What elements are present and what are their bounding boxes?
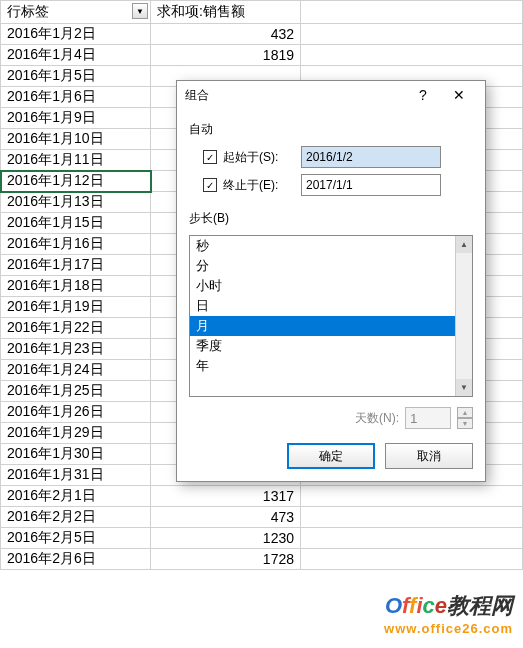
- table-cell-date[interactable]: 2016年1月16日: [1, 234, 151, 255]
- table-cell-date[interactable]: 2016年1月4日: [1, 45, 151, 66]
- ok-button[interactable]: 确定: [287, 443, 375, 469]
- start-checkbox[interactable]: ✓: [203, 150, 217, 164]
- table-cell-date[interactable]: 2016年1月13日: [1, 192, 151, 213]
- table-cell-date[interactable]: 2016年1月24日: [1, 360, 151, 381]
- table-cell-date[interactable]: 2016年2月6日: [1, 549, 151, 570]
- table-cell-date[interactable]: 2016年1月9日: [1, 108, 151, 129]
- table-cell-date[interactable]: 2016年1月5日: [1, 66, 151, 87]
- table-cell-date[interactable]: 2016年1月15日: [1, 213, 151, 234]
- group-dialog: 组合 ? ✕ 自动 ✓ 起始于(S): ✓ 终止于(E): 步长(B) 秒分小时…: [176, 80, 486, 482]
- step-option[interactable]: 月: [190, 316, 455, 336]
- step-option[interactable]: 季度: [190, 336, 455, 356]
- table-cell-date[interactable]: 2016年1月25日: [1, 381, 151, 402]
- dialog-title: 组合: [185, 87, 405, 104]
- step-option[interactable]: 小时: [190, 276, 455, 296]
- table-cell-date[interactable]: 2016年1月31日: [1, 465, 151, 486]
- table-cell-value[interactable]: 473: [151, 507, 301, 528]
- end-label: 终止于(E):: [223, 177, 295, 194]
- table-cell-date[interactable]: 2016年2月5日: [1, 528, 151, 549]
- table-cell-date[interactable]: 2016年1月23日: [1, 339, 151, 360]
- table-cell-value[interactable]: 1819: [151, 45, 301, 66]
- table-cell-value[interactable]: 432: [151, 24, 301, 45]
- table-cell-date[interactable]: 2016年1月11日: [1, 150, 151, 171]
- table-cell-value[interactable]: 1728: [151, 549, 301, 570]
- step-option[interactable]: 日: [190, 296, 455, 316]
- step-listbox[interactable]: 秒分小时日月季度年 ▲ ▼: [189, 235, 473, 397]
- watermark: Office教程网 www.office26.com: [384, 591, 513, 636]
- table-cell-date[interactable]: 2016年2月1日: [1, 486, 151, 507]
- days-label: 天数(N):: [355, 410, 399, 427]
- start-label: 起始于(S):: [223, 149, 295, 166]
- table-cell-date[interactable]: 2016年1月18日: [1, 276, 151, 297]
- table-cell-date[interactable]: 2016年1月30日: [1, 444, 151, 465]
- step-option[interactable]: 分: [190, 256, 455, 276]
- step-option[interactable]: 秒: [190, 236, 455, 256]
- table-cell-date[interactable]: 2016年1月2日: [1, 24, 151, 45]
- table-cell-date[interactable]: 2016年1月12日: [1, 171, 151, 192]
- spin-up-icon: ▲: [457, 407, 473, 418]
- table-cell-date[interactable]: 2016年2月2日: [1, 507, 151, 528]
- table-cell-date[interactable]: 2016年1月6日: [1, 87, 151, 108]
- end-checkbox[interactable]: ✓: [203, 178, 217, 192]
- end-input[interactable]: [301, 174, 441, 196]
- table-cell-value[interactable]: 1230: [151, 528, 301, 549]
- scroll-up-icon[interactable]: ▲: [456, 236, 472, 253]
- step-label: 步长(B): [189, 210, 473, 227]
- table-cell-date[interactable]: 2016年1月26日: [1, 402, 151, 423]
- table-cell-date[interactable]: 2016年1月17日: [1, 255, 151, 276]
- dialog-titlebar[interactable]: 组合 ? ✕: [177, 81, 485, 109]
- table-cell-value[interactable]: 1317: [151, 486, 301, 507]
- scroll-down-icon[interactable]: ▼: [456, 379, 472, 396]
- table-cell-date[interactable]: 2016年1月22日: [1, 318, 151, 339]
- start-input[interactable]: [301, 146, 441, 168]
- help-button[interactable]: ?: [405, 83, 441, 107]
- table-cell-date[interactable]: 2016年1月29日: [1, 423, 151, 444]
- dropdown-icon[interactable]: ▼: [132, 3, 148, 19]
- header-row-labels[interactable]: 行标签 ▼: [1, 1, 151, 24]
- close-button[interactable]: ✕: [441, 83, 477, 107]
- step-option[interactable]: 年: [190, 356, 455, 376]
- header-sum-sales[interactable]: 求和项:销售额: [151, 1, 301, 24]
- spin-down-icon: ▼: [457, 418, 473, 429]
- days-input: [405, 407, 451, 429]
- cancel-button[interactable]: 取消: [385, 443, 473, 469]
- scrollbar[interactable]: ▲ ▼: [455, 236, 472, 396]
- days-spinner: ▲ ▼: [457, 407, 473, 429]
- table-cell-date[interactable]: 2016年1月19日: [1, 297, 151, 318]
- table-cell-date[interactable]: 2016年1月10日: [1, 129, 151, 150]
- auto-section-label: 自动: [189, 121, 473, 138]
